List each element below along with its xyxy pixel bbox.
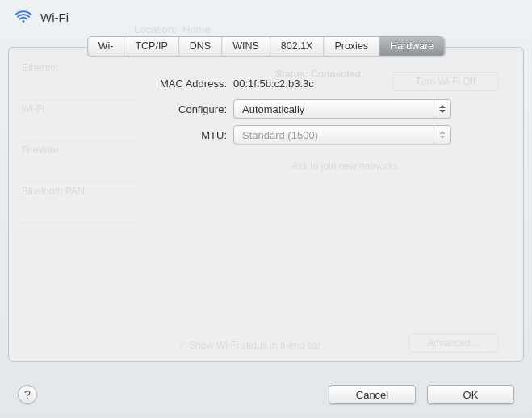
chevron-updown-icon xyxy=(434,126,450,144)
cancel-button[interactable]: Cancel xyxy=(329,385,416,404)
tab-wifi[interactable]: Wi-Fi xyxy=(88,37,125,56)
configure-label: Configure: xyxy=(9,103,233,115)
mtu-select[interactable]: Standard (1500) xyxy=(233,125,451,144)
titlebar: Wi-Fi xyxy=(0,0,532,34)
tab-tcpip[interactable]: TCP/IP xyxy=(124,37,178,56)
help-button[interactable]: ? xyxy=(18,385,37,404)
mtu-select-value: Standard (1500) xyxy=(242,129,318,141)
tab-bar: Wi-Fi TCP/IP DNS WINS 802.1X Proxies Har… xyxy=(87,36,446,56)
dialog-footer: ? Cancel OK xyxy=(0,371,532,418)
configure-select-value: Automatically xyxy=(242,103,304,115)
tab-wins[interactable]: WINS xyxy=(222,37,270,56)
tab-proxies[interactable]: Proxies xyxy=(324,37,379,56)
hardware-form: MAC Address: 00:1f:5b:c2:b3:3c Configure… xyxy=(9,70,523,148)
tab-hardware[interactable]: Hardware xyxy=(379,37,444,56)
tab-8021x[interactable]: 802.1X xyxy=(270,37,325,56)
mac-address-value: 00:1f:5b:c2:b3:3c xyxy=(233,77,314,90)
chevron-updown-icon xyxy=(434,100,450,118)
hardware-sheet: Location: Home Ethernet Wi-Fi FireWire B… xyxy=(8,47,524,362)
panel-title: Wi-Fi xyxy=(40,10,69,24)
mac-address-label: MAC Address: xyxy=(9,77,233,90)
network-preferences-window: Wi-Fi Location: Home Ethernet Wi-Fi Fire… xyxy=(0,0,532,418)
ok-button[interactable]: OK xyxy=(427,385,514,404)
wifi-icon xyxy=(15,8,32,26)
configure-select[interactable]: Automatically xyxy=(233,99,451,119)
mtu-label: MTU: xyxy=(9,129,233,141)
tab-dns[interactable]: DNS xyxy=(179,37,222,56)
